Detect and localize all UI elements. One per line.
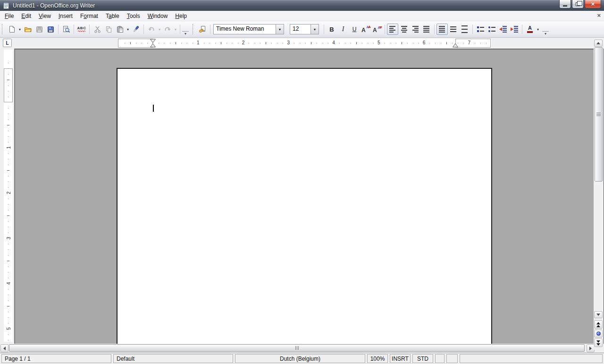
menu-item-table[interactable]: Table [102,11,123,21]
increase-font-icon: AA [361,25,370,33]
new-document-button[interactable] [6,24,17,35]
formatting-toolbar-options[interactable]: ▾ [542,31,549,36]
font-size-combobox[interactable]: 12 ▼ [290,24,319,34]
new-document-dropdown[interactable]: ▾ [17,27,22,32]
numbering-icon [477,26,484,32]
menu-item-window[interactable]: Window [144,11,172,21]
ruler-row: L 1234567 [0,38,604,49]
close-button[interactable]: × [585,0,601,8]
vertical-ruler[interactable]: 12345 [4,50,13,342]
menu-item-view[interactable]: View [35,11,55,21]
decrease-font-button[interactable]: AA [371,24,383,35]
align-left-button[interactable] [387,24,398,35]
horizontal-scrollbar-thumb[interactable] [9,344,585,352]
vertical-scrollbar-thumb[interactable] [595,47,603,182]
title-bar[interactable]: Untitled1 - OpenOffice.org Writer × [0,0,604,11]
vertical-scrollbar[interactable] [594,39,604,350]
scroll-left-button[interactable] [0,344,8,352]
justify-button[interactable] [421,24,432,35]
next-page-button[interactable] [594,339,603,347]
font-name-dropdown[interactable]: ▼ [276,25,284,34]
save-as-button[interactable] [45,24,56,35]
save-icon [36,26,43,33]
document-page[interactable] [117,68,492,344]
standard-toolbar-options[interactable]: ▾ [182,31,189,36]
styles-and-formatting-button[interactable] [197,24,208,35]
menu-items: FileEditViewInsertFormatTableToolsWindow… [1,11,191,21]
underline-button[interactable]: U [349,24,360,35]
menu-item-help[interactable]: Help [171,11,191,21]
close-document-icon[interactable]: × [597,12,601,19]
copy-button [103,24,114,35]
font-name-combobox[interactable]: Times New Roman ▼ [213,24,284,34]
font-color-dropdown[interactable]: ▾ [536,27,540,32]
format-paintbrush-icon [132,25,140,33]
previous-page-button[interactable] [594,320,603,329]
line-spacing-1-button[interactable] [436,24,448,35]
formatting-toolbar-grip[interactable] [193,24,194,34]
scroll-down-button[interactable] [594,311,603,318]
restore-button[interactable] [572,0,584,8]
bullets-button[interactable] [486,24,497,35]
copy-icon [105,26,112,33]
redo-button [162,24,173,35]
menu-item-file[interactable]: File [1,11,17,21]
font-size-dropdown[interactable]: ▼ [310,25,319,34]
horizontal-ruler[interactable]: 1234567 [118,39,491,48]
increase-indent-button[interactable] [509,24,520,35]
status-language[interactable]: Dutch (Belgium) [235,354,365,363]
ruler-number: 6 [423,40,426,45]
minimize-button[interactable] [559,0,571,8]
menu-item-insert[interactable]: Insert [55,11,76,21]
restore-icon [576,2,580,6]
writer-app-icon [2,2,10,9]
next-page-icon [596,340,600,346]
menu-item-edit[interactable]: Edit [17,11,35,21]
scroll-up-button[interactable] [594,40,603,47]
horizontal-scrollbar[interactable] [8,344,595,353]
font-color-button[interactable]: A [524,24,536,35]
status-insert-mode[interactable]: INSRT [390,354,411,363]
status-empty-cell-3 [460,354,603,363]
menu-item-tools[interactable]: Tools [123,11,144,21]
status-page-style[interactable]: Default [113,354,233,363]
window-title: Untitled1 - OpenOffice.org Writer [13,2,95,9]
right-indent-marker[interactable] [452,43,459,48]
align-right-icon [412,26,419,33]
bold-button[interactable]: B [326,24,337,35]
status-zoom[interactable]: 100% [367,354,388,363]
tab-stop-type-selector[interactable]: L [3,39,12,47]
paste-button[interactable] [114,24,126,35]
align-right-button[interactable] [410,24,421,35]
navigation-icon [596,331,601,336]
ruler-number: 7 [468,40,470,45]
align-center-icon [401,26,407,33]
numbering-button[interactable] [475,24,486,35]
save-button [34,24,45,35]
status-page-count[interactable]: Page 1 / 1 [1,354,111,363]
ruler-number: 4 [332,40,335,45]
page-preview-button[interactable] [60,24,72,35]
align-center-button[interactable] [398,24,410,35]
line-spacing-2-button[interactable] [459,24,470,35]
increase-font-button[interactable]: AA [360,24,371,35]
status-selection-mode[interactable]: STD [412,354,433,363]
navigation-button[interactable] [594,330,603,338]
previous-page-icon [596,322,600,327]
decrease-indent-button[interactable] [497,24,509,35]
menu-item-format[interactable]: Format [76,11,102,21]
justify-icon [423,26,430,33]
standard-toolbar-grip[interactable] [2,24,4,34]
ruler-number: 4 [6,282,11,285]
open-button[interactable] [22,24,34,35]
writer-window: Untitled1 - OpenOffice.org Writer × File… [0,0,604,364]
horizontal-scrollbar-row [0,344,604,353]
undo-button [146,24,157,35]
italic-button[interactable]: I [337,24,349,35]
indent-marker[interactable] [150,39,156,48]
format-paintbrush-button[interactable] [130,24,142,35]
redo-icon [164,26,171,33]
line-spacing-15-button[interactable] [448,24,459,35]
spellcheck-button[interactable]: ABC [76,24,87,35]
paste-dropdown[interactable]: ▾ [126,27,130,32]
